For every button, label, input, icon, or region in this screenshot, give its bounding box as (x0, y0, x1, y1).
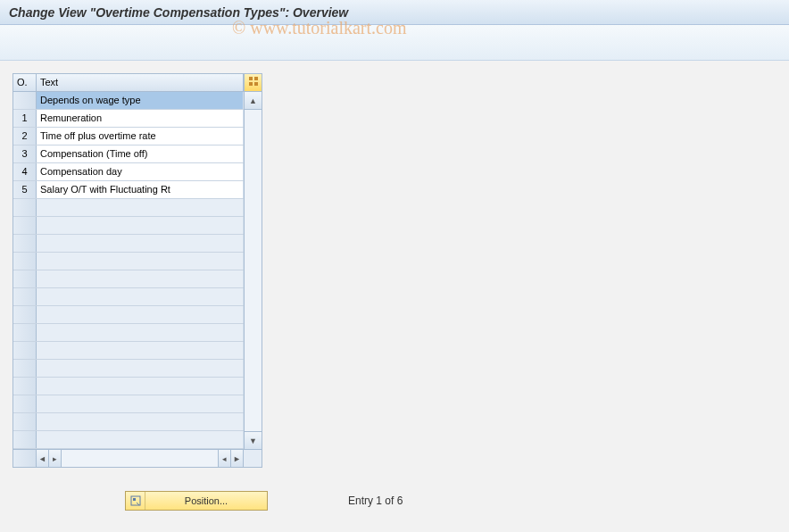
row-marker[interactable] (13, 360, 37, 377)
table-settings-button[interactable] (244, 74, 262, 91)
position-button[interactable]: Position... (125, 491, 268, 511)
table-row-empty[interactable] (13, 431, 244, 449)
table-row[interactable]: 1Remuneration (13, 110, 244, 128)
table-settings-icon (248, 76, 259, 89)
row-marker[interactable] (13, 288, 37, 305)
row-marker[interactable] (13, 342, 37, 359)
table-row-empty[interactable] (13, 324, 244, 342)
svg-rect-2 (249, 82, 253, 86)
row-text-cell-empty[interactable] (37, 360, 244, 377)
hscroll-track[interactable] (62, 450, 219, 467)
row-marker[interactable] (13, 217, 37, 234)
toolbar (0, 25, 789, 61)
table-row[interactable]: 2Time off plus overtime rate (13, 128, 244, 145)
table-body: Depends on wage type1Remuneration2Time o… (13, 92, 262, 449)
row-marker[interactable] (13, 324, 37, 341)
scroll-left-button[interactable]: ◄ (37, 450, 49, 467)
table-row-empty[interactable] (13, 342, 244, 360)
table-row-empty[interactable] (13, 199, 244, 217)
table-row-empty[interactable] (13, 395, 244, 413)
row-text-cell-empty[interactable] (37, 306, 244, 323)
row-text-cell[interactable]: Compensation (Time off) (37, 145, 244, 162)
row-text-cell-empty[interactable] (37, 431, 244, 448)
row-marker[interactable] (13, 92, 37, 109)
svg-rect-3 (254, 82, 258, 86)
svg-rect-1 (254, 77, 258, 80)
row-marker[interactable] (13, 378, 37, 395)
horizontal-scrollbar[interactable]: ◄ ▸ ◂ ► (13, 449, 262, 467)
vertical-scrollbar[interactable]: ▲ ▼ (244, 92, 262, 449)
row-marker[interactable] (13, 270, 37, 287)
scroll-right-button[interactable]: ► (231, 450, 244, 467)
entry-status-text: Entry 1 of 6 (348, 495, 403, 507)
row-text-cell-empty[interactable] (37, 288, 244, 305)
row-text-cell-empty[interactable] (37, 395, 244, 412)
vscroll-track[interactable] (245, 110, 262, 431)
hscroll-spacer (13, 450, 37, 467)
row-marker[interactable]: 2 (13, 128, 37, 145)
table-row[interactable]: 5Salary O/T with Fluctuating Rt (13, 181, 244, 199)
scroll-up-button[interactable]: ▲ (245, 92, 262, 110)
row-text-cell-empty[interactable] (37, 217, 244, 234)
row-text-cell[interactable]: Salary O/T with Fluctuating Rt (37, 181, 244, 198)
row-marker[interactable] (13, 431, 37, 448)
table-header-row: O. Text (13, 74, 262, 92)
table-row-empty[interactable] (13, 217, 244, 235)
scroll-right-page-button[interactable]: ◂ (219, 450, 231, 467)
row-text-cell[interactable]: Compensation day (37, 163, 244, 180)
row-text-cell-empty[interactable] (37, 378, 244, 395)
row-text-cell-empty[interactable] (37, 342, 244, 359)
svg-rect-0 (249, 77, 253, 80)
row-marker[interactable]: 4 (13, 163, 37, 180)
row-text-cell[interactable]: Depends on wage type (37, 92, 244, 109)
row-text-cell-empty[interactable] (37, 253, 244, 270)
row-marker[interactable]: 1 (13, 110, 37, 127)
table-row[interactable]: 4Compensation day (13, 163, 244, 181)
table-row-empty[interactable] (13, 235, 244, 253)
scroll-down-button[interactable]: ▼ (245, 431, 262, 449)
row-text-cell-empty[interactable] (37, 413, 244, 430)
row-marker[interactable] (13, 306, 37, 323)
row-text-cell-empty[interactable] (37, 199, 244, 216)
table-row-empty[interactable] (13, 288, 244, 306)
table-row-empty[interactable] (13, 413, 244, 431)
svg-rect-5 (133, 498, 136, 501)
hscroll-corner (244, 450, 262, 467)
footer-row: Position... Entry 1 of 6 (125, 491, 403, 511)
table-row[interactable]: Depends on wage type (13, 92, 244, 110)
page-title: Change View "Overtime Compensation Types… (9, 5, 348, 20)
row-marker[interactable]: 3 (13, 145, 37, 162)
scroll-left-page-button[interactable]: ▸ (49, 450, 62, 467)
row-marker[interactable]: 5 (13, 181, 37, 198)
table-row-empty[interactable] (13, 378, 244, 395)
row-marker[interactable] (13, 413, 37, 430)
row-text-cell-empty[interactable] (37, 235, 244, 252)
position-button-label: Position... (145, 495, 267, 506)
table-row-empty[interactable] (13, 270, 244, 288)
row-marker[interactable] (13, 199, 37, 216)
content-area: O. Text Depends on wage type1Remuneratio… (0, 61, 789, 480)
header-bar: Change View "Overtime Compensation Types… (0, 0, 789, 25)
table-row-empty[interactable] (13, 306, 244, 324)
row-text-cell-empty[interactable] (37, 324, 244, 341)
table-row-empty[interactable] (13, 253, 244, 270)
row-marker[interactable] (13, 253, 37, 270)
row-marker[interactable] (13, 395, 37, 412)
table-row-empty[interactable] (13, 360, 244, 378)
row-marker[interactable] (13, 235, 37, 252)
row-text-cell-empty[interactable] (37, 270, 244, 287)
row-text-cell[interactable]: Remuneration (37, 110, 244, 127)
overtime-types-table: O. Text Depends on wage type1Remuneratio… (12, 73, 262, 468)
table-row[interactable]: 3Compensation (Time off) (13, 145, 244, 163)
column-header-text[interactable]: Text (37, 74, 244, 91)
table-rows-area: Depends on wage type1Remuneration2Time o… (13, 92, 244, 449)
position-icon (126, 492, 145, 510)
column-header-o[interactable]: O. (13, 74, 37, 91)
row-text-cell[interactable]: Time off plus overtime rate (37, 128, 244, 145)
